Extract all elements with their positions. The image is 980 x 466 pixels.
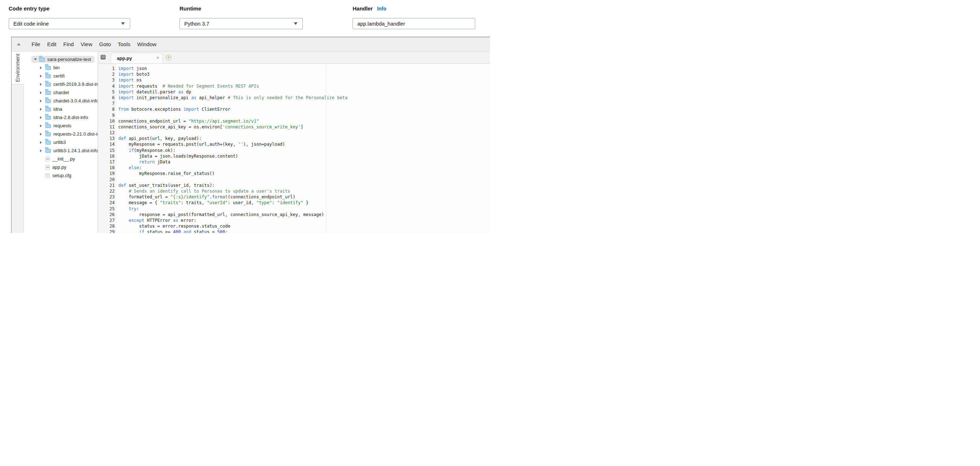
collapsed-triangle-icon[interactable] [40, 91, 42, 94]
tree-item-label: certifi [53, 73, 65, 79]
code-line: import os [118, 77, 490, 83]
collapsed-triangle-icon[interactable] [40, 124, 42, 127]
collapsed-triangle-icon[interactable] [40, 83, 42, 86]
collapsed-triangle-icon[interactable] [40, 100, 42, 102]
line-number: 4 [98, 83, 115, 89]
folder-icon [45, 115, 51, 120]
python-file-icon: <> [45, 156, 50, 162]
code-line: jData = json.loads(myResponse.content) [118, 153, 490, 159]
tree-item-chardet-3.0.4.dist-info[interactable]: chardet-3.0.4.dist-info [24, 97, 98, 105]
collapsed-triangle-icon[interactable] [40, 150, 42, 152]
runtime-label: Runtime [180, 5, 303, 11]
environment-tab[interactable]: Environment [11, 52, 24, 84]
tab-label: app.py [117, 56, 132, 61]
code-line: import init_personalize_api as api_helpe… [118, 95, 490, 101]
line-number: 6 [98, 95, 115, 101]
line-number: 20 [98, 177, 115, 183]
collapsed-triangle-icon[interactable] [40, 75, 42, 78]
line-number: 24 [98, 200, 115, 205]
code-entry-type-select[interactable]: Edit code inline [9, 18, 130, 29]
handler-info-link[interactable]: Info [377, 6, 387, 11]
tree-row-content: idna-2.8.dist-info [38, 114, 92, 121]
line-number: 28 [98, 223, 115, 229]
code-editor-window: FileEditFindViewGotoToolsWindow Environm… [11, 37, 490, 233]
tree-item-__init__.py[interactable]: <>__init__.py [24, 155, 98, 163]
menu-tools[interactable]: Tools [114, 41, 134, 47]
line-number: 7 [98, 101, 115, 107]
code-line [118, 113, 490, 118]
code-line: formatted_url = "{:s}/identify".format(c… [118, 194, 490, 200]
close-tab-icon[interactable]: × [156, 55, 159, 60]
menu-file[interactable]: File [28, 41, 44, 47]
handler-field: Handler Info [353, 5, 475, 13]
code-line: if status >= 400 and status < 500: [118, 229, 490, 233]
tree-item-label: urllib3-1.24.1.dist-info [53, 148, 98, 153]
menu-edit[interactable]: Edit [44, 41, 60, 47]
menu-window[interactable]: Window [134, 41, 160, 47]
code-entry-type-label: Code entry type [9, 5, 130, 11]
tree-item-bin[interactable]: bin [24, 64, 98, 72]
tree-row-content: chardet-3.0.4.dist-info [38, 97, 98, 104]
code-line: # Sends an identify call to Personas to … [118, 188, 490, 194]
line-number: 16 [98, 153, 115, 159]
tree-item-idna[interactable]: idna [24, 105, 98, 113]
code-line [118, 177, 490, 183]
code-line: connections_source_api_key = os.environ[… [118, 124, 490, 130]
tree-item-sara-personalize-test[interactable]: sara-personalize-test [24, 55, 98, 64]
collapsed-triangle-icon[interactable] [40, 116, 42, 119]
line-number-gutter: 1234567891011121314151617181920212223242… [98, 64, 116, 233]
tree-item-label: app.py [52, 164, 66, 170]
collapsed-triangle-icon[interactable] [40, 108, 42, 111]
menu-items: FileEditFindViewGotoToolsWindow [25, 41, 160, 47]
folder-icon [45, 148, 51, 153]
runtime-select[interactable]: Python 3.7 [180, 18, 303, 29]
tree-item-app.py[interactable]: <>app.py [24, 163, 98, 171]
tree-row-content: bin [38, 64, 63, 71]
tree-item-certifi[interactable]: certifi [24, 72, 98, 80]
line-number: 15 [98, 148, 115, 153]
file-tree: sara-personalize-testbincertificertifi-2… [24, 52, 98, 233]
code-line: myResponse = requests.post(url,auth=(key… [118, 142, 490, 147]
code-area[interactable]: 1234567891011121314151617181920212223242… [98, 64, 490, 233]
environment-tab-label: Environment [15, 54, 21, 82]
collapsed-triangle-icon[interactable] [40, 66, 42, 69]
code-line: response = api_post(formatted_url, conne… [118, 212, 490, 218]
code-line: else: [118, 165, 490, 170]
folder-icon [45, 90, 51, 95]
tree-item-requests-2.21.0.dist-info[interactable]: requests-2.21.0.dist-info [24, 130, 98, 138]
tree-item-setup.cfg[interactable]: setup.cfg [24, 171, 98, 180]
tree-item-chardet[interactable]: chardet [24, 88, 98, 97]
chevron-down-icon [121, 22, 125, 25]
tree-item-urllib3-1.24.1.dist-info[interactable]: urllib3-1.24.1.dist-info [24, 146, 98, 155]
collapse-pane-icon[interactable] [17, 43, 21, 45]
handler-input[interactable] [353, 18, 475, 29]
code-line: message = { "traits": traits, "userId": … [118, 200, 490, 205]
code-line: return jData [118, 159, 490, 165]
line-number: 21 [98, 183, 115, 188]
tree-item-label: chardet [53, 90, 69, 95]
tree-row-content: certifi-2019.3.9.dist-info [38, 81, 98, 87]
folder-icon [45, 73, 51, 78]
collapsed-triangle-icon[interactable] [40, 141, 42, 144]
tree-item-label: __init__.py [52, 156, 75, 162]
tree-item-label: sara-personalize-test [47, 57, 91, 62]
code-line: if(myResponse.ok): [118, 148, 490, 153]
collapsed-triangle-icon[interactable] [40, 133, 42, 136]
tree-item-label: certifi-2019.3.9.dist-info [53, 81, 98, 87]
expanded-triangle-icon[interactable] [34, 59, 37, 60]
tree-item-certifi-2019.3.9.dist-info[interactable]: certifi-2019.3.9.dist-info [24, 80, 98, 88]
left-sidebar-strip: Environment [11, 52, 24, 233]
python-file-icon: <> [45, 165, 50, 170]
tab-app-py[interactable]: app.py × [111, 52, 163, 64]
line-number: 5 [98, 89, 115, 95]
tree-item-label: idna [53, 107, 62, 112]
tree-item-urllib3[interactable]: urllib3 [24, 138, 98, 146]
menu-find[interactable]: Find [60, 41, 77, 47]
tree-item-idna-2.8.dist-info[interactable]: idna-2.8.dist-info [24, 113, 98, 122]
menu-view[interactable]: View [77, 41, 95, 47]
menu-goto[interactable]: Goto [95, 41, 114, 47]
new-tab-plus-icon[interactable]: + [166, 55, 171, 60]
tab-list-icon[interactable] [100, 55, 106, 59]
code-line: import dateutil.parser as dp [118, 89, 490, 95]
tree-item-requests[interactable]: requests [24, 122, 98, 130]
